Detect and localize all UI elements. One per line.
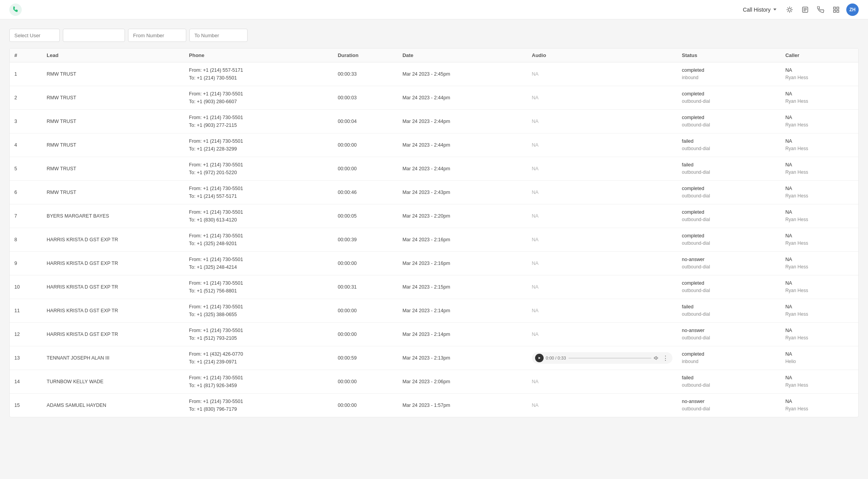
cell-caller: NAHelio: [781, 346, 858, 370]
call-history-dropdown[interactable]: Call History: [740, 5, 780, 14]
status-main: failed: [682, 137, 776, 145]
call-history-table: # Lead Phone Duration Date Audio Status …: [9, 48, 859, 417]
cell-audio: NA: [527, 157, 677, 181]
cell-date: Mar 24 2023 - 2:06pm: [398, 370, 527, 394]
audio-more-options[interactable]: ⋮: [662, 354, 669, 362]
cell-num: 5: [10, 157, 42, 181]
play-button[interactable]: [535, 354, 544, 362]
status-main: completed: [682, 232, 776, 240]
phone-to: To: +1 (325) 248-9201: [189, 240, 328, 247]
cell-phone: From: +1 (214) 730-5501To: +1 (903) 277-…: [184, 110, 333, 133]
caller-name: Ryan Hess: [785, 263, 854, 271]
svg-point-1: [788, 8, 791, 11]
phone-to: To: +1 (214) 557-5171: [189, 192, 328, 200]
caller-na: NA: [785, 350, 854, 358]
date-range-input[interactable]: 03/24/2023 - 03/24/2023: [63, 29, 125, 42]
phone-from: From: +1 (214) 730-5501: [189, 232, 328, 240]
theme-toggle-icon[interactable]: [784, 4, 795, 15]
audio-na: NA: [532, 332, 539, 337]
status-type: outbound-dial: [682, 169, 776, 176]
cell-num: 9: [10, 252, 42, 275]
logo[interactable]: [9, 3, 22, 16]
caller-na: NA: [785, 208, 854, 216]
status-main: completed: [682, 114, 776, 121]
cell-num: 10: [10, 275, 42, 299]
cell-num: 1: [10, 62, 42, 86]
caller-name: Ryan Hess: [785, 169, 854, 176]
audio-player[interactable]: 0:00 / 0:33 ⋮: [532, 352, 673, 364]
svg-rect-16: [833, 10, 835, 12]
audio-na: NA: [532, 142, 539, 148]
cell-phone: From: +1 (214) 557-5171To: +1 (214) 730-…: [184, 62, 333, 86]
cell-duration: 00:00:31: [333, 275, 398, 299]
status-main: completed: [682, 185, 776, 192]
cell-date: Mar 24 2023 - 2:13pm: [398, 346, 527, 370]
caller-name: Ryan Hess: [785, 74, 854, 81]
table-row: 4RMW TRUSTFrom: +1 (214) 730-5501To: +1 …: [10, 133, 858, 157]
user-avatar[interactable]: ZH: [846, 3, 859, 16]
cell-phone: From: +1 (214) 730-5501To: +1 (512) 793-…: [184, 323, 333, 346]
caller-na: NA: [785, 90, 854, 98]
cell-phone: From: +1 (214) 730-5501To: +1 (214) 557-…: [184, 181, 333, 204]
volume-icon[interactable]: [654, 355, 659, 361]
table-row: 8HARRIS KRISTA D GST EXP TRFrom: +1 (214…: [10, 228, 858, 252]
cell-status: completedoutbound-dial: [677, 110, 781, 133]
cell-duration: 00:00:00: [333, 323, 398, 346]
table-row: 7BYERS MARGARET BAYESFrom: +1 (214) 730-…: [10, 204, 858, 228]
select-user-input[interactable]: [9, 29, 60, 42]
cell-num: 15: [10, 394, 42, 417]
caller-name: Helio: [785, 358, 854, 365]
audio-na: NA: [532, 71, 539, 77]
phone-from: From: +1 (214) 730-5501: [189, 208, 328, 216]
cell-audio: NA: [527, 394, 677, 417]
phone-to: To: +1 (214) 228-3299: [189, 145, 328, 153]
notes-icon[interactable]: [800, 4, 811, 15]
col-duration: Duration: [333, 48, 398, 62]
cell-num: 6: [10, 181, 42, 204]
to-number-input[interactable]: [189, 29, 248, 42]
phone-to: To: +1 (214) 239-0971: [189, 358, 328, 366]
cell-audio[interactable]: 0:00 / 0:33 ⋮: [527, 346, 677, 370]
phone-from: From: +1 (214) 730-5501: [189, 256, 328, 263]
cell-num: 3: [10, 110, 42, 133]
status-main: completed: [682, 90, 776, 98]
cell-caller: NARyan Hess: [781, 86, 858, 110]
table-row: 5RMW TRUSTFrom: +1 (214) 730-5501To: +1 …: [10, 157, 858, 181]
caller-na: NA: [785, 256, 854, 263]
cell-audio: NA: [527, 252, 677, 275]
caller-name: Ryan Hess: [785, 145, 854, 152]
phone-from: From: +1 (214) 730-5501: [189, 161, 328, 169]
caller-na: NA: [785, 66, 854, 74]
status-type: outbound-dial: [682, 121, 776, 129]
status-main: failed: [682, 161, 776, 169]
cell-lead: HARRIS KRISTA D GST EXP TR: [42, 228, 184, 252]
nav-right-section: Call History: [740, 3, 859, 16]
table-row: 3RMW TRUSTFrom: +1 (214) 730-5501To: +1 …: [10, 110, 858, 133]
dialpad-icon[interactable]: [815, 4, 826, 15]
cell-date: Mar 24 2023 - 2:44pm: [398, 86, 527, 110]
cell-duration: 00:00:46: [333, 181, 398, 204]
phone-from: From: +1 (214) 730-5501: [189, 398, 328, 405]
from-number-input[interactable]: [128, 29, 186, 42]
cell-date: Mar 24 2023 - 2:44pm: [398, 157, 527, 181]
phone-to: To: +1 (903) 280-6607: [189, 98, 328, 105]
cell-status: completedoutbound-dial: [677, 181, 781, 204]
cell-phone: From: +1 (432) 426-0770To: +1 (214) 239-…: [184, 346, 333, 370]
cell-duration: 00:00:33: [333, 62, 398, 86]
cell-date: Mar 24 2023 - 2:16pm: [398, 228, 527, 252]
apps-grid-icon[interactable]: [831, 4, 842, 15]
caller-na: NA: [785, 303, 854, 311]
status-main: completed: [682, 350, 776, 358]
table-row: 14TURNBOW KELLY WADEFrom: +1 (214) 730-5…: [10, 370, 858, 394]
cell-caller: NARyan Hess: [781, 228, 858, 252]
cell-caller: NARyan Hess: [781, 62, 858, 86]
cell-audio: NA: [527, 62, 677, 86]
cell-duration: 00:00:05: [333, 204, 398, 228]
phone-to: To: +1 (903) 277-2115: [189, 121, 328, 129]
status-main: completed: [682, 66, 776, 74]
cell-duration: 00:00:00: [333, 299, 398, 323]
caller-na: NA: [785, 137, 854, 145]
status-main: no-answer: [682, 256, 776, 263]
cell-audio: NA: [527, 299, 677, 323]
audio-progress-bar[interactable]: [568, 358, 652, 359]
